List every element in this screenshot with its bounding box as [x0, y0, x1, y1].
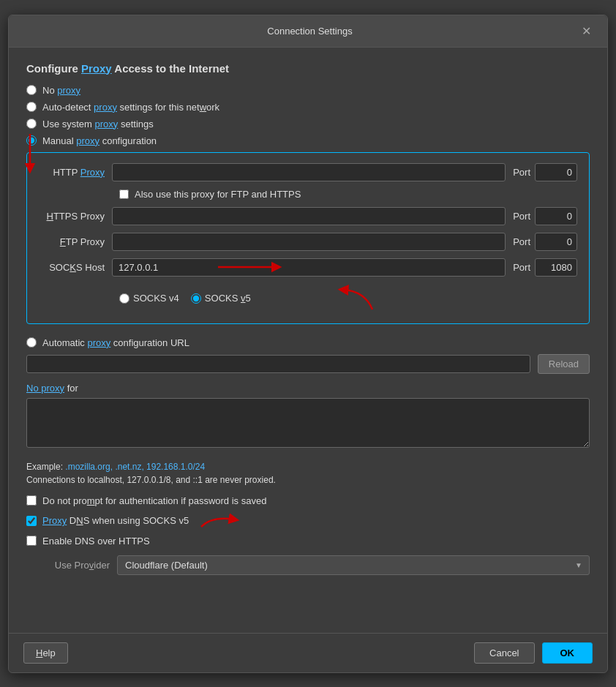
title-bar: Connection Settings ✕ [9, 15, 607, 48]
auto-proxy-section: Automatic proxy configuration URL Reload [26, 337, 590, 374]
down-arrow-annotation [23, 130, 37, 174]
close-button[interactable]: ✕ [577, 23, 596, 40]
no-proxy-for-link: No proxy [26, 383, 64, 394]
proxy-dns-arrow [198, 512, 241, 530]
proxy-dns-checkbox[interactable] [26, 516, 37, 526]
example-text: Example: .mozilla.org, .net.nz, 192.168.… [26, 462, 590, 472]
no-proxy-link: proxy [57, 85, 80, 96]
proxy-highlight: Proxy [81, 62, 112, 75]
right-arrow-annotation [214, 260, 288, 274]
enable-dns-https-row: Enable DNS over HTTPS [26, 536, 590, 547]
socks-host-label: SOCKS Host [39, 262, 112, 273]
http-proxy-input[interactable] [112, 163, 506, 181]
dialog-footer: Help Cancel OK [9, 633, 607, 672]
also-use-row: Also use this proxy for FTP and HTTPS [119, 189, 577, 200]
help-label-rest: elp [42, 647, 55, 658]
manual-proxy-link: proxy [76, 135, 99, 146]
auto-proxy-url-row: Reload [26, 354, 590, 374]
no-auth-label: Do not prompt for authentication if pass… [42, 495, 266, 506]
radio-auto-detect[interactable]: Auto-detect proxy settings for this netw… [26, 102, 590, 113]
also-use-checkbox[interactable] [119, 189, 129, 199]
radio-auto-detect-input[interactable] [26, 102, 37, 112]
http-proxy-label: HTTP Proxy [39, 167, 112, 178]
https-proxy-input[interactable] [112, 207, 506, 225]
ftp-proxy-label: FTP Proxy [39, 236, 112, 247]
also-use-label: Also use this proxy for FTP and HTTPS [135, 189, 301, 200]
proxy-dns-label: Proxy DNS when using SOCKS v5 [42, 515, 189, 526]
no-proxy-textarea[interactable] [26, 398, 590, 448]
radio-no-proxy-input[interactable] [26, 85, 37, 95]
socks-version-row: SOCKS v4 SOCKS v5 [119, 284, 577, 313]
ftp-proxy-row: FTP Proxy Port [39, 233, 577, 251]
radio-no-proxy[interactable]: No proxy [26, 85, 590, 96]
dialog-body: Configure Proxy Access to the Internet N… [9, 48, 607, 633]
auto-proxy-radio-label[interactable]: Automatic proxy configuration URL [26, 337, 590, 348]
ftp-port-label: Port [513, 236, 530, 247]
socks-host-row: SOCKS Host Port [39, 258, 577, 277]
cancel-button[interactable]: Cancel [474, 642, 534, 664]
curved-arrow-annotation [321, 284, 380, 313]
proxy-dns-row: Proxy DNS when using SOCKS v5 [26, 512, 590, 530]
connection-settings-dialog: Connection Settings ✕ Configure Proxy Ac… [8, 15, 608, 673]
auto-detect-proxy-link: proxy [94, 102, 117, 113]
ftp-proxy-input[interactable] [112, 233, 506, 251]
reload-label: Reload [549, 358, 579, 369]
socks-host-input[interactable] [112, 258, 506, 277]
enable-dns-checkbox[interactable] [26, 536, 37, 546]
no-auth-checkbox[interactable] [26, 495, 37, 506]
radio-manual-proxy[interactable]: Manual proxy configuration [26, 135, 590, 146]
socks-port-input[interactable] [535, 258, 577, 277]
socks-v5-radio[interactable] [191, 293, 201, 304]
https-port-label: Port [513, 211, 530, 222]
connections-text: Connections to localhost, 127.0.0.1/8, a… [26, 475, 590, 485]
dialog-title: Connection Settings [42, 26, 577, 37]
auto-proxy-radio[interactable] [26, 337, 37, 348]
radio-system-proxy-input[interactable] [26, 119, 37, 129]
http-proxy-row: HTTP Proxy Port [39, 163, 577, 181]
no-proxy-for-label: No proxy for [26, 383, 590, 394]
http-port-label: Port [513, 167, 530, 178]
no-auth-prompt-row: Do not prompt for authentication if pass… [26, 495, 590, 506]
auto-proxy-link: proxy [87, 337, 110, 348]
enable-dns-label: Enable DNS over HTTPS [42, 536, 150, 547]
no-proxy-section: No proxy for [26, 383, 590, 450]
https-proxy-row: HTTPS Proxy Port [39, 207, 577, 225]
footer-buttons: Cancel OK [474, 642, 593, 664]
http-port-input[interactable] [535, 163, 577, 181]
example-value: .mozilla.org, .net.nz, 192.168.1.0/24 [65, 462, 205, 472]
reload-button[interactable]: Reload [538, 354, 590, 374]
https-proxy-label: HTTPS Proxy [39, 211, 112, 222]
auto-proxy-url-input[interactable] [26, 355, 530, 373]
https-port-input[interactable] [535, 207, 577, 225]
ftp-port-input[interactable] [535, 233, 577, 251]
proxy-dns-proxy-link: Proxy [42, 515, 67, 526]
ok-button[interactable]: OK [542, 642, 593, 664]
manual-proxy-section: HTTP Proxy Port Also use this proxy for … [26, 152, 590, 324]
dns-provider-row: Use Provider Cloudflare (Default) NextDN… [44, 555, 590, 575]
socks-v4-radio[interactable] [119, 293, 129, 304]
use-provider-label: Use Provider [44, 560, 110, 571]
help-button[interactable]: Help [23, 642, 68, 664]
section-title: Configure Proxy Access to the Internet [26, 62, 590, 75]
socks-port-label: Port [513, 262, 530, 273]
system-proxy-link: proxy [95, 119, 119, 129]
radio-system-proxy[interactable]: Use system proxy settings [26, 119, 590, 129]
proxy-radio-group: No proxy Auto-detect proxy settings for … [26, 85, 590, 146]
provider-select-wrapper: Cloudflare (Default) NextDNS Custom [117, 555, 590, 575]
help-label: H [36, 647, 42, 658]
socks-v4-label[interactable]: SOCKS v4 [119, 293, 179, 304]
provider-select[interactable]: Cloudflare (Default) NextDNS Custom [117, 555, 590, 575]
socks-v5-label[interactable]: SOCKS v5 [191, 293, 251, 304]
